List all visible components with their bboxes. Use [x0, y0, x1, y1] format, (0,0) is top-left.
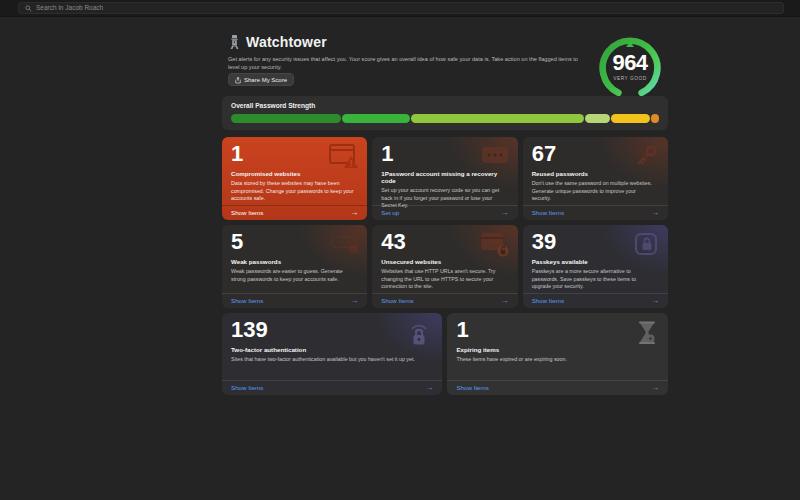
show-items-link[interactable]: Show Items →	[523, 205, 668, 220]
show-items-link[interactable]: Show Items →	[222, 293, 367, 308]
card-title: Compromised websites	[231, 170, 358, 177]
card-description: Weak passwords are easier to guess. Gene…	[231, 268, 358, 283]
card-description: Passkeys are a more secure alternative t…	[532, 268, 659, 291]
share-score-label: Share My Score	[244, 77, 287, 83]
password-strength-bar	[231, 114, 659, 123]
search-placeholder: Search in Jacob Roach	[36, 5, 103, 12]
strength-segment-fair	[411, 114, 584, 123]
card-title: Unsecured websites	[381, 258, 508, 265]
card-action-label: Set up	[381, 210, 399, 216]
reused-passwords-keys-icon	[632, 144, 660, 170]
share-score-button[interactable]: Share My Score	[228, 73, 294, 86]
arrow-right-icon: →	[651, 384, 659, 392]
card-action-label: Show Items	[532, 210, 564, 216]
card-count: 139	[231, 320, 433, 340]
card-description: These items have expired or are expiring…	[456, 356, 659, 364]
strength-segment-strong	[231, 114, 341, 123]
page-description: Get alerts for any security issues that …	[228, 55, 590, 72]
arrow-right-icon: →	[350, 209, 358, 217]
arrow-right-icon: →	[425, 384, 433, 392]
watchtower-page: Watchtower Get alerts for any security i…	[222, 0, 668, 500]
recovery-code-icon	[480, 144, 510, 168]
password-strength-title: Overall Password Strength	[231, 102, 659, 109]
strength-segment-weak	[585, 114, 610, 123]
show-items-link[interactable]: Show Items →	[447, 380, 668, 395]
card-weak-passwords[interactable]: 5 Weak passwords Weak passwords are easi…	[222, 225, 367, 308]
card-action-label: Show Items	[231, 210, 263, 216]
arrow-right-icon: →	[651, 297, 659, 305]
password-strength-panel: Overall Password Strength	[222, 96, 668, 130]
arrow-right-icon: →	[651, 209, 659, 217]
weak-passwords-icon	[331, 232, 359, 256]
card-action-label: Show Items	[456, 385, 488, 391]
card-reused-passwords[interactable]: 67 Reused passwords Don't use the same p…	[523, 137, 668, 220]
card-action-label: Show Items	[381, 298, 413, 304]
card-title: Weak passwords	[231, 258, 358, 265]
card-compromised-websites[interactable]: 1 Compromised websites Data stored by th…	[222, 137, 367, 220]
card-title: 1Password account missing a recovery cod…	[381, 170, 508, 184]
compromised-website-icon	[329, 144, 359, 170]
share-icon	[235, 76, 241, 84]
card-title: Passkeys available	[532, 258, 659, 265]
unsecured-website-icon	[480, 232, 510, 258]
card-description: Sites that have two-factor authenticatio…	[231, 356, 433, 364]
card-passkeys-available[interactable]: 39 Passkeys available Passkeys are a mor…	[523, 225, 668, 308]
score-rating: VERY GOOD	[597, 76, 663, 81]
watchtower-cards-grid: 1 Compromised websites Data stored by th…	[222, 137, 668, 395]
show-items-link[interactable]: Show Items →	[523, 293, 668, 308]
arrow-right-icon: →	[350, 297, 358, 305]
card-title: Expiring items	[456, 346, 659, 353]
watchtower-icon	[228, 35, 241, 50]
passkey-icon	[634, 232, 660, 258]
set-up-link[interactable]: Set up →	[372, 205, 517, 220]
card-description: Data stored by these websites may have b…	[231, 180, 358, 203]
show-items-link[interactable]: Show Items →	[372, 293, 517, 308]
page-title: Watchtower	[246, 34, 327, 50]
card-description: Websites that use HTTP URLs aren't secur…	[381, 268, 508, 291]
search-icon	[25, 5, 32, 12]
card-title: Two-factor authentication	[231, 346, 433, 353]
strength-segment-terrible	[651, 114, 659, 123]
strength-segment-poor	[611, 114, 649, 123]
card-count: 1	[456, 320, 659, 340]
card-action-label: Show Items	[231, 298, 263, 304]
card-expiring-items[interactable]: 1 Expiring items These items have expire…	[447, 313, 668, 395]
hourglass-icon	[634, 320, 660, 348]
card-title: Reused passwords	[532, 170, 659, 177]
security-score-gauge: 964 VERY GOOD	[597, 35, 663, 101]
strength-segment-good	[342, 114, 410, 123]
arrow-right-icon: →	[501, 297, 509, 305]
page-header: Watchtower	[228, 34, 327, 50]
card-recovery-code[interactable]: 1 1Password account missing a recovery c…	[372, 137, 517, 220]
card-action-label: Show Items	[532, 298, 564, 304]
card-action-label: Show Items	[231, 385, 263, 391]
card-description: Don't use the same password on multiple …	[532, 180, 659, 203]
card-unsecured-websites[interactable]: 43 Unsecured websites Websites that use …	[372, 225, 517, 308]
card-two-factor-authentication[interactable]: 139 Two-factor authentication Sites that…	[222, 313, 442, 395]
two-factor-lock-icon	[404, 320, 434, 350]
score-value: 964	[597, 52, 663, 74]
show-items-link[interactable]: Show Items →	[222, 205, 367, 220]
show-items-link[interactable]: Show Items →	[222, 380, 442, 395]
arrow-right-icon: →	[501, 209, 509, 217]
